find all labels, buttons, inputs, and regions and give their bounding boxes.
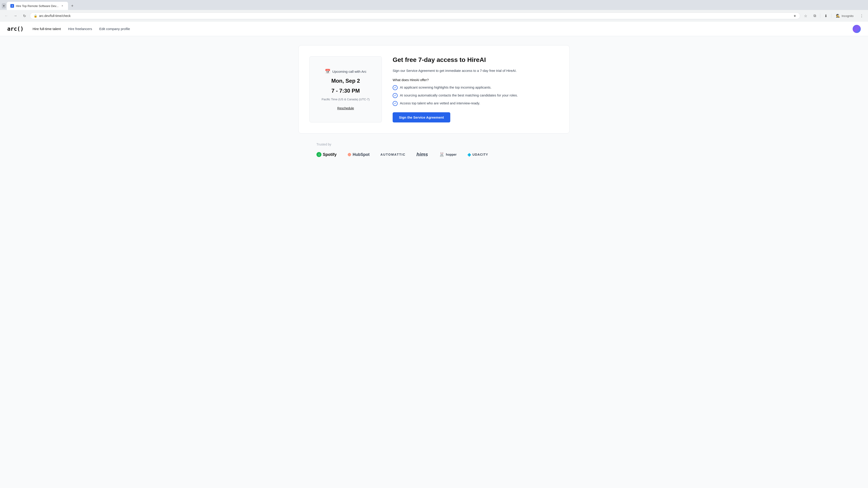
content-card: 📅 Upcoming call with Arc Mon, Sep 2 7 - … [298,45,569,133]
download-icon[interactable]: ⬇ [822,12,829,20]
hubspot-text: HubSpot [352,152,370,157]
udacity-logo: ◈ UDACITY [467,152,488,157]
refresh-button[interactable]: ↻ [21,12,28,20]
hopper-logo: 🐰 hopper [439,152,457,157]
trusted-section: Trusted by ♫ Spotify ⊕ HubSpot AUTOMATTI… [298,142,569,158]
sign-agreement-button[interactable]: Sign the Service Agreement [393,112,450,123]
trusted-label: Trusted by [316,142,552,146]
section-description: Sign our Service Agreement to get immedi… [393,68,559,73]
site-nav: Hire full-time talent Hire freelancers E… [33,27,844,31]
browser-chrome: ▾ A Hire Top Remote Software Dev... × + … [0,0,868,22]
features-list: AI applicant screening highlights the to… [393,85,559,106]
upcoming-label: Upcoming call with Arc [332,70,366,73]
upcoming-call-panel: 📅 Upcoming call with Arc Mon, Sep 2 7 - … [309,56,382,123]
back-button[interactable]: ← [3,12,10,20]
hopper-text: hopper [446,153,457,156]
spotify-logo: ♫ Spotify [316,152,337,157]
hims-logo: hims [416,152,428,158]
site-logo[interactable]: arc() [7,26,24,32]
incognito-label: Incognito [842,14,854,18]
toolbar-right: ☆ ⧉ ⬇ 🕵 Incognito ⋮ [802,12,865,20]
hubspot-icon: ⊕ [347,152,351,157]
address-bar[interactable]: arc.dev/full-time/check [39,14,792,18]
tab-bar: ▾ A Hire Top Remote Software Dev... × + [0,0,868,10]
udacity-text: UDACITY [472,153,488,156]
reschedule-link[interactable]: Reschedule [337,106,354,110]
what-offers-label: What does HireAI offer? [393,78,559,82]
forward-button[interactable]: → [12,12,19,20]
tab-switcher[interactable]: ▾ [2,3,6,8]
feature-item-3: Access top talent who are vetted and int… [393,101,559,106]
feature-text-2: AI sourcing automatically contacts the b… [400,93,518,98]
spotify-icon: ♫ [316,152,321,157]
feature-item-1: AI applicant screening highlights the to… [393,85,559,90]
calendar-icon: 📅 [325,69,331,74]
browser-menu-button[interactable]: ⋮ [858,12,865,20]
browser-toolbar: ← → ↻ 🔒 arc.dev/full-time/check ★ ☆ ⧉ ⬇ … [0,10,868,22]
tab-title: Hire Top Remote Software Dev... [16,4,59,8]
automattic-logo: AUTOMATTIC [380,153,405,156]
bookmark-icon[interactable]: ☆ [802,12,809,20]
tab-favicon: A [10,4,14,8]
feature-text-3: Access top talent who are vetted and int… [400,101,480,106]
feature-item-2: AI sourcing automatically contacts the b… [393,93,559,98]
call-timezone: Pacific Time (US & Canada) (UTC-7) [322,98,370,101]
call-date: Mon, Sep 2 [331,78,360,84]
feature-text-1: AI applicant screening highlights the to… [400,85,491,90]
hubspot-logo: ⊕ HubSpot [347,152,370,157]
check-icon-3 [393,101,398,106]
spotify-text: Spotify [323,152,337,157]
brand-logos-row: ♫ Spotify ⊕ HubSpot AUTOMATTIC hims 🐰 ho… [316,152,552,158]
nav-edit-profile[interactable]: Edit company profile [99,27,130,31]
hopper-icon: 🐰 [439,152,445,157]
extensions-icon[interactable]: ⧉ [811,12,818,20]
nav-hire-fulltime[interactable]: Hire full-time talent [33,27,61,31]
udacity-icon: ◈ [467,152,471,157]
user-avatar[interactable] [852,25,861,33]
active-tab[interactable]: A Hire Top Remote Software Dev... × [7,2,68,10]
incognito-button[interactable]: 🕵 Incognito [833,12,856,19]
automattic-text: AUTOMATTIC [380,153,405,156]
check-icon-1 [393,85,398,90]
new-tab-button[interactable]: + [69,2,76,9]
address-bar-container[interactable]: 🔒 arc.dev/full-time/check ★ [30,12,800,19]
hims-text: hims [416,152,428,158]
nav-hire-freelancers[interactable]: Hire freelancers [68,27,92,31]
site-header: arc() Hire full-time talent Hire freelan… [0,22,868,36]
check-icon-2 [393,93,398,98]
section-title: Get free 7-day access to HireAI [393,56,559,64]
hireai-panel: Get free 7-day access to HireAI Sign our… [393,56,559,123]
main-content: 📅 Upcoming call with Arc Mon, Sep 2 7 - … [0,36,868,488]
close-tab-button[interactable]: × [60,4,64,8]
call-time: 7 - 7:30 PM [331,88,360,94]
upcoming-call-header: 📅 Upcoming call with Arc [325,69,366,74]
